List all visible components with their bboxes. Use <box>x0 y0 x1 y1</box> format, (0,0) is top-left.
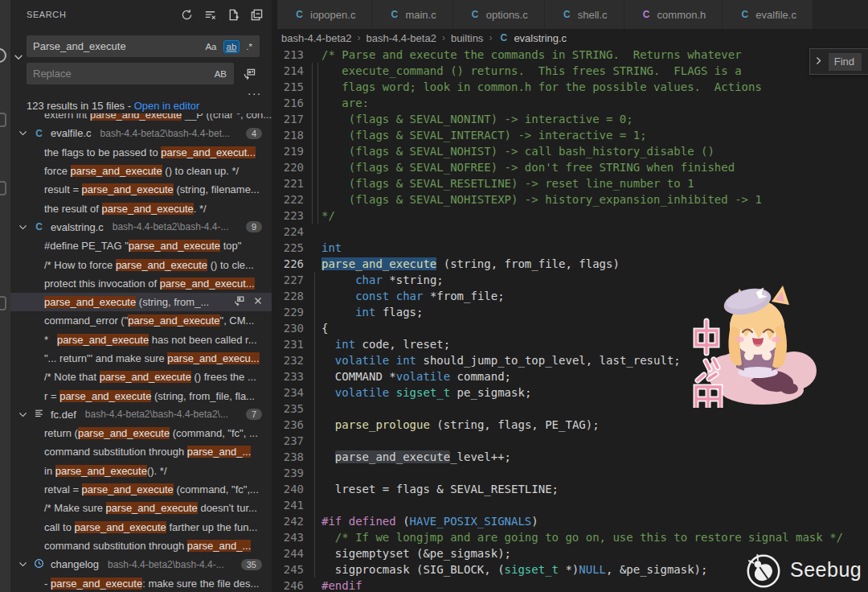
code-line-text: parse_and_execute (string, from_file, fl… <box>304 256 620 272</box>
code-line: 215 flags word; look in common.h for the… <box>272 79 868 95</box>
tab-iopopen.c[interactable]: Ciopopen.c <box>277 0 372 29</box>
refresh-icon[interactable] <box>179 7 194 22</box>
open-new-search-editor-icon[interactable] <box>226 7 240 22</box>
match-case-icon[interactable]: Aa <box>202 40 219 53</box>
sidebar-title: SEARCH <box>27 10 66 19</box>
search-result-row[interactable]: return (parse_and_execute (command, "fc"… <box>10 424 272 442</box>
tab-evalfile.c[interactable]: Cevalfile.c <box>723 0 813 29</box>
search-result-row[interactable]: /* Make sure parse_and_execute doesn't t… <box>10 499 272 517</box>
breadcrumb-item[interactable]: builtins <box>451 32 483 44</box>
code-line-text: parse_prologue (string, flags, PE_TAG); <box>304 417 600 433</box>
line-number: 216 <box>272 95 304 111</box>
match-highlight: parse_and_execute <box>78 427 170 439</box>
code-line: 214 execute_command () returns. This fre… <box>272 63 868 79</box>
chevron-down-icon[interactable] <box>16 127 29 140</box>
tab-options.c[interactable]: Coptions.c <box>453 0 545 29</box>
search-result-row[interactable]: in parse_and_execute(). */ <box>10 462 272 480</box>
history-file-icon <box>33 558 45 571</box>
file-path: bash-4.4-beta2\bash-4.4-... <box>108 559 237 570</box>
search-result-row[interactable]: #define PE_TAG "parse_and_execute top" <box>10 236 272 255</box>
search-result-row[interactable]: /* Note that parse_and_execute () frees … <box>10 368 272 386</box>
result-text: * parse_and_execute has not been called … <box>44 334 272 346</box>
search-result-row[interactable]: r = parse_and_execute (string, from_file… <box>10 386 272 405</box>
search-result-row[interactable]: protect this invocation of parse_and_exe… <box>10 274 272 293</box>
chevron-down-icon[interactable] <box>16 558 29 571</box>
file-header-row[interactable]: fc.defbash-4.4-beta2\bash-4.4-beta2\...7 <box>10 405 272 424</box>
def-file-icon <box>33 408 45 421</box>
result-text: r = parse_and_execute (string, from_file… <box>44 390 272 402</box>
search-result-row[interactable]: command substitution through parse_and_.… <box>10 536 272 555</box>
tab-main.c[interactable]: Cmain.c <box>372 0 452 29</box>
line-number: 213 <box>272 47 304 63</box>
code-line: 240 lreset = flags & SEVAL_RESETLINE; <box>272 481 868 497</box>
code-line: 228 const char *from_file; <box>272 288 868 304</box>
match-count-badge: 35 <box>241 559 262 570</box>
find-input[interactable]: Find <box>829 53 862 71</box>
replace-all-icon[interactable] <box>242 66 256 80</box>
search-result-row[interactable]: result = parse_and_execute (string, file… <box>10 180 272 199</box>
vscode-window: SEARCH Aa a <box>0 0 868 592</box>
line-number: 227 <box>272 272 304 288</box>
chevron-down-icon[interactable] <box>16 220 29 233</box>
find-expand-chevron-icon[interactable] <box>813 55 824 69</box>
whole-word-icon[interactable]: ab <box>223 40 240 53</box>
search-input[interactable] <box>27 40 202 52</box>
toggle-search-details-icon[interactable]: ... <box>248 85 262 97</box>
result-text: call to parse_and_execute farther up the… <box>44 521 272 533</box>
search-result-row[interactable]: parse_and_execute (string, from_... <box>10 293 272 311</box>
match-highlight: parse_and_execute <box>82 183 174 195</box>
file-header-row[interactable]: Cevalstring.cbash-4.4-beta2\bash-4.4-...… <box>10 218 272 236</box>
search-result-row[interactable]: * parse_and_execute has not been called … <box>10 331 272 349</box>
code-line-text: volatile int should_jump_to_top_level, l… <box>304 352 681 368</box>
result-text: retval = parse_and_execute (command, "fc… <box>44 483 272 495</box>
regex-icon[interactable]: .* <box>243 40 256 53</box>
code-line-text: char *string; <box>304 272 444 288</box>
line-number: 243 <box>272 529 304 545</box>
replace-input[interactable] <box>27 68 211 80</box>
breadcrumb-item[interactable]: bash-4.4-beta2 <box>281 32 351 44</box>
indent-guide <box>314 272 315 578</box>
preserve-case-icon[interactable]: AB <box>211 68 230 80</box>
dismiss-match-icon[interactable] <box>252 295 264 309</box>
match-highlight: parse_and_execute <box>102 203 194 215</box>
breadcrumb-separator-icon: › <box>442 32 445 43</box>
search-result-row[interactable]: "... return"' and make sure parse_and_ex… <box>10 349 272 368</box>
result-text: in parse_and_execute(). */ <box>44 465 272 477</box>
file-path: bash-4.4-beta2\bash-4.4-bet... <box>100 128 242 139</box>
search-result-row[interactable]: the result of parse_and_execute. */ <box>10 199 272 217</box>
replace-match-icon[interactable] <box>234 295 245 309</box>
search-result-row[interactable]: force parse_and_execute () to clean up. … <box>10 162 272 180</box>
clear-search-results-icon[interactable] <box>203 7 217 22</box>
line-number: 220 <box>272 159 304 175</box>
file-header-row[interactable]: changelogbash-4.4-beta2\bash-4.4-...35 <box>10 555 272 574</box>
breadcrumb-item[interactable]: evalstring.c <box>514 32 567 44</box>
toggle-replace-chevron-icon[interactable] <box>13 51 26 64</box>
c-file-icon: C <box>33 221 45 232</box>
tab-shell.c[interactable]: Cshell.c <box>545 0 624 29</box>
search-result-row[interactable]: - parse_and_execute: make sure the file … <box>10 574 272 592</box>
collapse-all-icon[interactable] <box>249 7 264 22</box>
line-number: 214 <box>272 63 304 79</box>
open-in-editor-link[interactable]: Open in editor <box>134 100 200 112</box>
activity-bar[interactable] <box>0 0 10 592</box>
search-result-row[interactable]: command substitution through parse_and_.… <box>10 442 272 461</box>
search-result-row[interactable]: retval = parse_and_execute (command, "fc… <box>10 480 272 499</box>
search-result-row[interactable]: command_error ("parse_and_execute", CM..… <box>10 311 272 330</box>
chevron-down-icon[interactable] <box>16 408 29 421</box>
line-number: 226 <box>272 256 304 272</box>
line-number: 223 <box>272 208 304 224</box>
file-header-row[interactable]: Cevalfile.cbash-4.4-beta2\bash-4.4-bet..… <box>10 124 272 142</box>
search-result-row[interactable]: extern int parse_and_execute __P ((char … <box>10 113 272 124</box>
tab-label: evalfile.c <box>755 9 796 21</box>
file-name: fc.def <box>51 409 76 421</box>
search-result-row[interactable]: /* How to force parse_and_execute () to … <box>10 255 272 273</box>
code-editor[interactable]: 213/* Parse and execute the commands in … <box>272 47 868 592</box>
search-result-row[interactable]: the flags to be passed to parse_and_exec… <box>10 143 272 162</box>
editor-tab-bar: Ciopopen.cCmain.cCoptions.cCshell.cCcomm… <box>272 0 868 29</box>
code-line-text: (flags & SEVAL_INTERACT) -> interactive … <box>304 127 647 143</box>
tab-common.h[interactable]: Ccommon.h <box>624 0 723 29</box>
breadcrumb-item[interactable]: bash-4.4-beta2 <box>366 32 436 44</box>
breadcrumb-separator-icon: › <box>357 32 360 43</box>
search-result-row[interactable]: call to parse_and_execute farther up the… <box>10 518 272 536</box>
line-number: 231 <box>272 336 304 352</box>
